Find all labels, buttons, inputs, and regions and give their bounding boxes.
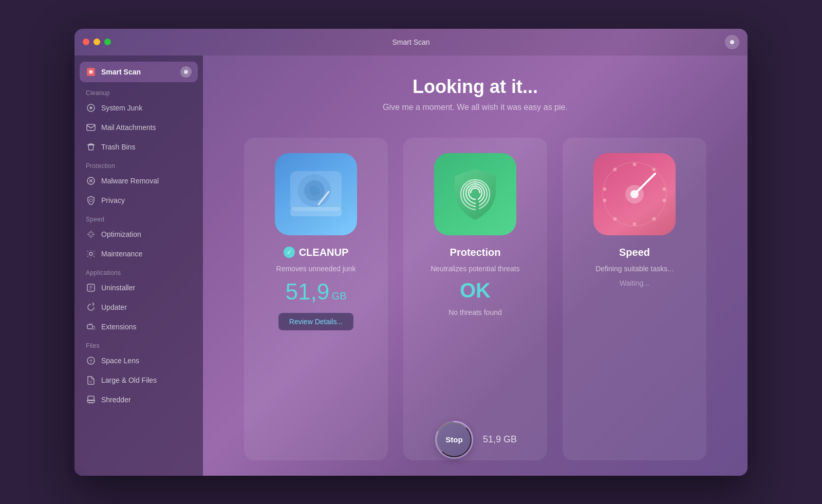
sidebar-item-updater[interactable]: Updater [80,298,198,316]
protection-description: Neutralizes potential threats [431,265,520,273]
sidebar-item-uninstaller[interactable]: Uninstaller [80,278,198,297]
section-label-speed: Speed [74,211,203,225]
uninstaller-icon [86,283,96,293]
protection-status: No threats found [449,308,502,316]
sidebar-label: Trash Bins [101,143,135,151]
junk-icon [86,103,96,113]
cleanup-value: 51,9 GB [286,279,347,305]
sidebar-label: Extensions [101,323,136,331]
extensions-icon [86,322,96,332]
svg-point-5 [90,107,91,108]
sidebar-item-system-junk[interactable]: System Junk [80,99,198,117]
malware-icon [86,176,96,186]
titlebar: Smart Scan [74,29,748,55]
sidebar-label: Large & Old Files [101,376,157,384]
svg-point-22 [652,167,656,171]
content-area: Smart Scan Cleanup System Junk [74,55,748,476]
section-label-applications: Applications [74,264,203,278]
scan-icon [86,67,96,77]
svg-point-8 [89,199,92,202]
section-label-protection: Protection [74,157,203,172]
speed-card-title: Speed [619,247,650,258]
sidebar-active-label: Smart Scan [101,68,175,76]
maximize-button[interactable] [104,39,111,45]
svg-point-17 [309,185,320,196]
space-icon [86,356,96,366]
titlebar-action-button[interactable] [725,35,739,49]
sidebar-item-privacy[interactable]: Privacy [80,191,198,210]
sidebar-label: Privacy [101,196,125,204]
sidebar-label: Malware Removal [101,177,159,185]
page-title: Looking at it... [413,76,538,98]
stop-button[interactable]: Stop [437,422,472,457]
page-subtitle: Give me a moment. We all wish it was eas… [383,103,568,112]
sidebar-label: Mail Attachments [101,123,156,132]
section-label-cleanup: Cleanup [74,84,203,99]
protection-card: Protection Neutralizes potential threats… [403,138,547,460]
svg-line-32 [634,174,655,194]
sidebar-label: Maintenance [101,250,142,258]
sidebar-label: System Junk [101,104,142,112]
cleanup-card: ✓ CLEANUP Removes unneeded junk 51,9 GB … [244,138,388,460]
cleanup-icon-wrap [275,153,357,235]
svg-point-33 [630,190,639,198]
review-details-button[interactable]: Review Details... [278,313,353,330]
sidebar-label: Updater [101,303,127,311]
shredder-icon [86,395,96,405]
sidebar-label: Uninstaller [101,284,135,292]
hdd-illustration [283,161,349,228]
stop-ring: Stop [434,419,475,460]
close-button[interactable] [83,39,89,45]
sidebar-item-space-lens[interactable]: Space Lens [80,351,198,370]
traffic-lights [83,39,111,45]
maintenance-icon [86,249,96,259]
svg-rect-13 [88,396,94,400]
speed-title-row: Speed [619,247,650,258]
svg-point-26 [633,222,637,226]
sidebar-item-malware-removal[interactable]: Malware Removal [80,172,198,190]
svg-point-24 [663,198,666,202]
main-content: Looking at it... Give me a moment. We al… [203,55,748,476]
cleanup-value-unit: GB [332,290,347,302]
sidebar-label: Optimization [101,230,141,238]
cleanup-card-title: CLEANUP [299,247,349,258]
protection-card-title: Protection [450,247,501,258]
speed-icon-wrap [593,153,676,235]
sidebar-item-large-old-files[interactable]: Large & Old Files [80,371,198,389]
speed-waiting: Waiting... [620,279,649,287]
svg-rect-6 [87,124,95,130]
svg-point-25 [652,217,656,220]
sidebar-item-smart-scan[interactable]: Smart Scan [80,62,198,82]
svg-point-23 [663,187,666,191]
window-title: Smart Scan [392,38,429,46]
check-icon: ✓ [284,247,295,258]
svg-point-9 [89,252,92,255]
svg-rect-18 [290,207,342,216]
optimization-icon [86,229,96,239]
cleanup-description: Removes unneeded junk [276,265,356,273]
sidebar-item-mail-attachments[interactable]: Mail Attachments [80,118,198,137]
svg-rect-11 [87,325,92,329]
sidebar-item-extensions[interactable]: Extensions [80,318,198,336]
sidebar-item-optimization[interactable]: Optimization [80,225,198,244]
minimize-button[interactable] [94,39,100,45]
svg-point-2 [90,71,92,72]
updater-icon [86,302,96,312]
sidebar-item-maintenance[interactable]: Maintenance [80,245,198,263]
protection-ok-text: OK [460,279,491,302]
stop-area: Stop 51,9 GB [434,419,517,460]
sidebar-item-shredder[interactable]: Shredder [80,390,198,409]
mail-icon [86,122,96,133]
privacy-icon [86,195,96,206]
sidebar-item-trash-bins[interactable]: Trash Bins [80,138,198,156]
svg-point-30 [613,167,617,171]
shield-illustration [444,163,506,225]
speedometer-illustration [599,158,670,230]
cards-container: ✓ CLEANUP Removes unneeded junk 51,9 GB … [218,138,732,460]
stop-gb-label: 51,9 GB [483,434,517,445]
svg-point-28 [603,198,607,202]
svg-point-27 [613,217,617,220]
sidebar-label: Shredder [101,396,131,404]
cleanup-value-number: 51,9 [286,279,330,304]
cleanup-title-row: ✓ CLEANUP [284,247,349,258]
